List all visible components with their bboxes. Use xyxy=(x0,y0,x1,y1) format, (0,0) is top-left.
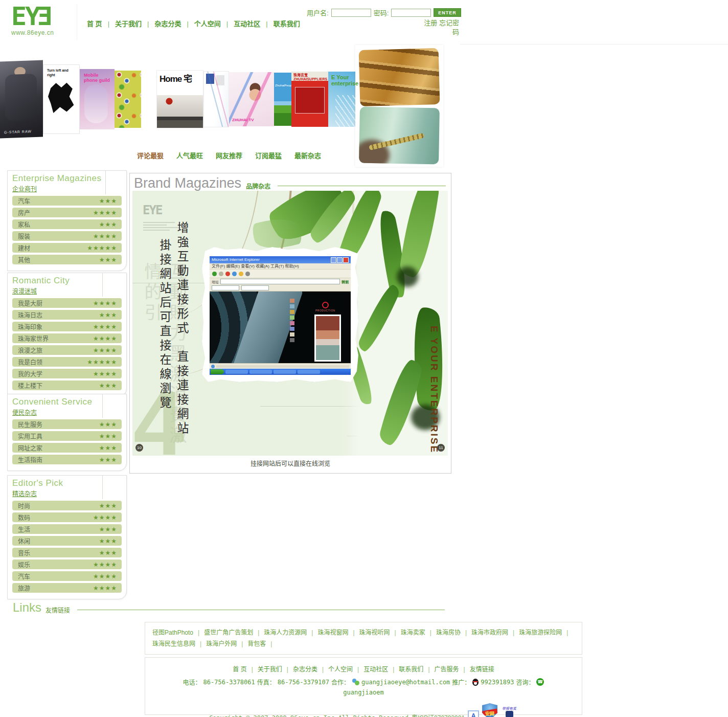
footer-nav-links[interactable]: 友情链接 xyxy=(459,666,494,673)
magazine-cover[interactable]: Turn left and right xyxy=(43,64,80,134)
category-row[interactable]: 我是白领★★★★★ xyxy=(12,357,122,367)
enter-button[interactable]: ENTER xyxy=(434,8,461,17)
category-row[interactable]: 浪漫之旅★★★★ xyxy=(12,345,122,355)
register-link[interactable]: 注册 xyxy=(424,19,437,27)
magazine-cover[interactable] xyxy=(115,71,141,128)
ranking-tabs: 评论最狠 人气最旺 网友推荐 订阅最猛 最新杂志 xyxy=(137,150,321,160)
tab-recommended[interactable]: 网友推荐 xyxy=(216,150,242,160)
nav-personal-space[interactable]: 个人空间 xyxy=(181,20,220,28)
category-row[interactable]: 休闲★★★ xyxy=(12,536,122,546)
category-row[interactable]: 建材★★★★★ xyxy=(12,243,122,253)
friend-link[interactable]: 珠海旅游探险网 xyxy=(519,629,573,636)
category-row[interactable]: 楼上楼下★★★ xyxy=(12,380,122,390)
footer-nav-community[interactable]: 互动社区 xyxy=(353,666,388,673)
footer-nav-personal-space[interactable]: 个人空间 xyxy=(317,666,353,673)
friend-link[interactable]: 珠海视听网 xyxy=(359,629,401,636)
category-row[interactable]: 汽车★★★★ xyxy=(12,571,122,581)
links-title-cn: 友情链接 xyxy=(46,606,70,614)
tab-most-subscribed[interactable]: 订阅最猛 xyxy=(255,150,282,160)
category-row[interactable]: 网址之家★★★ xyxy=(12,443,122,453)
category-row[interactable]: 珠海日志★★★ xyxy=(12,310,122,320)
tab-hottest-comments[interactable]: 评论最狠 xyxy=(137,150,164,160)
friend-link[interactable]: 盛世广角广告策划 xyxy=(204,629,264,636)
magazine-cover[interactable] xyxy=(203,71,229,127)
coop-email[interactable]: guangjiaoeye@hotmail.com xyxy=(361,679,450,686)
model-photo xyxy=(314,315,341,362)
category-row[interactable]: 生活指南★★★ xyxy=(12,455,122,464)
wood-photo[interactable] xyxy=(359,48,440,106)
friend-link[interactable]: 珠海民生信息网 xyxy=(152,640,206,647)
category-row[interactable]: 数码★★★★ xyxy=(12,512,122,522)
friend-link[interactable]: 珠海人力资源网 xyxy=(264,629,317,636)
section-title-cn[interactable]: 便民杂志 xyxy=(12,408,98,416)
friend-link[interactable]: 珠海市政府网 xyxy=(471,629,519,636)
report-badge[interactable]: 举报有奖 网上报警 xyxy=(500,707,518,717)
category-row[interactable]: 民生服务★★★ xyxy=(12,419,122,429)
category-row[interactable]: 我的大学★★★★ xyxy=(12,369,122,378)
tab-newest[interactable]: 最新杂志 xyxy=(294,150,321,160)
friend-link[interactable]: 珠海视窗网 xyxy=(317,629,359,636)
tab-most-popular[interactable]: 人气最旺 xyxy=(176,150,203,160)
magazine-cover[interactable]: G-STAR RAW xyxy=(0,60,43,139)
minimize-icon xyxy=(331,257,336,263)
nav-categories[interactable]: 杂志分类 xyxy=(142,20,181,28)
friend-link[interactable]: 珠海户外网 xyxy=(206,640,247,647)
magazine-cover[interactable]: ZhuhaiPeoples xyxy=(274,73,291,126)
section-title-cn[interactable]: 精选杂志 xyxy=(12,489,98,498)
category-label: 珠海家世界 xyxy=(18,334,49,343)
category-label: 房产 xyxy=(18,208,30,217)
friend-link[interactable]: 珠海卖家 xyxy=(401,629,436,636)
footer-nav-home[interactable]: 首 页 xyxy=(233,666,246,673)
category-row[interactable]: 生活★★★ xyxy=(12,524,122,534)
category-row[interactable]: 家私★★★ xyxy=(12,219,122,229)
username-label: 用户名: xyxy=(307,8,329,17)
nav-contact[interactable]: 联系我们 xyxy=(260,20,300,28)
nav-about[interactable]: 关于我们 xyxy=(102,20,142,28)
magazine-cover[interactable]: 珠海言宝 ZHUHAISUPPLIERS xyxy=(291,72,328,127)
trust-badge-a[interactable]: A xyxy=(468,710,479,717)
username-input[interactable] xyxy=(331,9,371,17)
section-title-cn[interactable]: 企业商刊 xyxy=(12,184,101,193)
phone-icon[interactable] xyxy=(536,678,544,686)
category-row[interactable]: 房产★★★★ xyxy=(12,208,122,217)
category-row[interactable]: 娱乐★★★★ xyxy=(12,559,122,569)
toolbar xyxy=(210,270,351,278)
main-content: Brand Magazines 品牌杂志 EYE 互動賠力黑激消費激情的引 xyxy=(129,173,451,474)
footer-nav-about[interactable]: 关于我们 xyxy=(247,666,282,673)
category-row[interactable]: 旅游★★★★ xyxy=(12,583,122,593)
category-row[interactable]: 汽车★★★ xyxy=(12,196,122,206)
search-input xyxy=(241,285,269,290)
password-input[interactable] xyxy=(391,9,431,17)
forgot-password-link[interactable]: 忘记密码 xyxy=(439,19,459,36)
category-row[interactable]: 其他★★★ xyxy=(12,255,122,264)
beads-photo[interactable] xyxy=(359,107,440,165)
security-shield-badge[interactable]: 安网 xyxy=(482,703,497,717)
rating-stars: ★★★★ xyxy=(93,370,117,377)
magazine-cover[interactable]: Home 宅 xyxy=(156,70,203,128)
section-rows: 民生服务★★★ 实用工具★★★ 网址之家★★★ 生活指南★★★ xyxy=(8,418,126,467)
category-row[interactable]: 实用工具★★★ xyxy=(12,431,122,441)
nav-home[interactable]: 首 页 xyxy=(87,20,102,28)
magazine-cover[interactable]: ZHUHAI TV xyxy=(229,72,274,126)
site-logo[interactable]: EYE www.86eye.cn xyxy=(11,2,54,36)
header: EYE www.86eye.cn 首 页关于我们杂志分类个人空间互动社区联系我们… xyxy=(0,0,728,44)
sidebar-section-enterprise: Enterprise Magazines 企业商刊 汽车★★★ 房产★★★★ 家… xyxy=(7,170,127,271)
footer-nav-categories[interactable]: 杂志分类 xyxy=(282,666,317,673)
category-row[interactable]: 音乐★★★ xyxy=(12,548,122,557)
footer-nav-contact[interactable]: 联系我们 xyxy=(388,666,423,673)
copyright-text: Copyright © 2007-2008 86eye.cn Inc.All R… xyxy=(209,714,408,717)
category-row[interactable]: 珠海印象★★★★ xyxy=(12,322,122,331)
nav-community[interactable]: 互动社区 xyxy=(221,20,260,28)
category-row[interactable]: 我是大厨★★★★ xyxy=(12,298,122,308)
magazine-spread-preview[interactable]: EYE 互動賠力黑激消費激情的引 增強互動連接形式 直接連接網站 掛接網站后可直… xyxy=(132,191,448,456)
friend-link[interactable]: 径图PathPhoto xyxy=(152,629,204,636)
category-row[interactable]: 珠海家世界★★★★ xyxy=(12,333,122,343)
magazine-cover[interactable]: Mobile phone guild xyxy=(80,69,115,129)
section-title-cn[interactable]: 浪漫迷城 xyxy=(12,286,98,295)
friend-link[interactable]: 珠海房协 xyxy=(436,629,471,636)
category-row[interactable]: 时尚★★★ xyxy=(12,501,122,510)
friend-link[interactable]: 背包客 xyxy=(247,640,277,647)
section-heading: Enterprise Magazines 企业商刊 xyxy=(8,171,106,194)
footer-nav-ads[interactable]: 广告服务 xyxy=(423,666,459,673)
category-row[interactable]: 服装★★★★ xyxy=(12,231,122,241)
